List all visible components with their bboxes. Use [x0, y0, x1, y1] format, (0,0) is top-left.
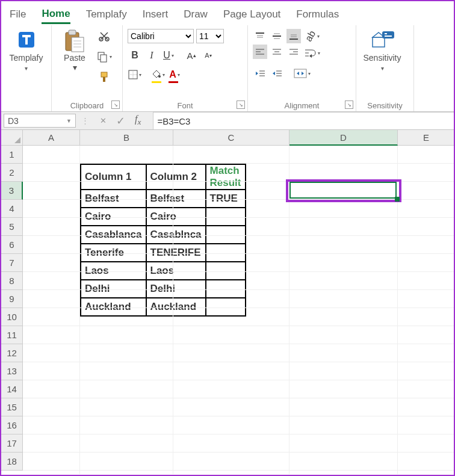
- svg-point-17: [158, 75, 161, 78]
- col-header-E[interactable]: E: [398, 130, 454, 146]
- cell[interactable]: Laos: [146, 262, 206, 280]
- row-header-3[interactable]: 3: [1, 182, 23, 200]
- align-right-button[interactable]: [286, 45, 301, 59]
- fill-color-button[interactable]: ▾: [150, 67, 165, 82]
- decrease-indent-button[interactable]: [253, 66, 267, 81]
- cell[interactable]: TENERIFE: [146, 244, 206, 262]
- tab-page-layout[interactable]: Page Layout: [223, 6, 280, 23]
- row-header-8[interactable]: 8: [1, 272, 23, 290]
- chevron-down-icon: ▾: [381, 65, 384, 72]
- cell[interactable]: Cairo: [81, 208, 146, 226]
- cell[interactable]: Belfast: [81, 190, 146, 208]
- format-painter-button[interactable]: [97, 70, 111, 84]
- spreadsheet-area[interactable]: ABCDE 123456789101112131415161718 Column…: [1, 130, 454, 474]
- select-all-corner[interactable]: [1, 130, 23, 146]
- font-size-select[interactable]: 11: [196, 29, 224, 43]
- align-left-button[interactable]: [253, 45, 267, 59]
- fill-handle[interactable]: [395, 197, 400, 202]
- row-header-9[interactable]: 9: [1, 290, 23, 308]
- accept-formula-button[interactable]: ✓: [116, 114, 125, 128]
- merge-icon: [294, 69, 307, 78]
- chevron-down-icon: ▾: [73, 63, 77, 72]
- cell[interactable]: [206, 208, 246, 226]
- tab-formulas[interactable]: Formulas: [296, 6, 339, 23]
- tab-home[interactable]: Home: [42, 5, 70, 24]
- merge-center-button[interactable]: ▾: [294, 66, 311, 81]
- group-label-clipboard: Clipboard: [57, 99, 117, 110]
- cell[interactable]: Belfast: [146, 190, 206, 208]
- cell[interactable]: Delhi: [81, 280, 146, 298]
- col-header-B[interactable]: B: [80, 130, 173, 146]
- cell[interactable]: Cairo: [146, 208, 206, 226]
- cell[interactable]: TRUE: [206, 190, 246, 208]
- cell[interactable]: Laos: [81, 262, 146, 280]
- sensitivity-label: Sensitivity: [363, 53, 401, 63]
- fx-icon[interactable]: fx: [135, 114, 141, 127]
- sensitivity-button[interactable]: Sensitivity ▾: [361, 29, 403, 72]
- alignment-dialog-launcher[interactable]: ↘: [345, 100, 353, 109]
- italic-button[interactable]: I: [144, 48, 159, 63]
- row-header-14[interactable]: 14: [1, 380, 23, 398]
- tab-templafy[interactable]: Templafy: [86, 6, 127, 23]
- col-header-A[interactable]: A: [23, 130, 80, 146]
- header-col2[interactable]: Column 2: [146, 164, 206, 190]
- tab-draw[interactable]: Draw: [184, 6, 208, 23]
- cell[interactable]: Auckland: [81, 298, 146, 316]
- col-header-C[interactable]: C: [173, 130, 289, 146]
- font-name-select[interactable]: Calibri: [128, 29, 194, 43]
- underline-button[interactable]: U▾: [161, 48, 176, 63]
- font-dialog-launcher[interactable]: ↘: [237, 100, 245, 109]
- grow-font-button[interactable]: A▴: [184, 48, 199, 63]
- cell[interactable]: Tenerife: [81, 244, 146, 262]
- name-box[interactable]: D3 ▼: [4, 114, 76, 128]
- shrink-font-button[interactable]: A▾: [201, 48, 215, 63]
- templafy-button[interactable]: Templafy ▾: [6, 29, 46, 72]
- increase-indent-button[interactable]: [270, 66, 284, 81]
- copy-icon: [96, 51, 108, 63]
- wrap-text-button[interactable]: ▾: [305, 46, 320, 60]
- borders-button[interactable]: ▾: [128, 67, 142, 82]
- row-header-16[interactable]: 16: [1, 416, 23, 434]
- align-center-button[interactable]: [270, 45, 284, 59]
- align-middle-button[interactable]: [270, 29, 284, 43]
- tab-insert[interactable]: Insert: [143, 6, 169, 23]
- clipboard-dialog-launcher[interactable]: ↘: [111, 100, 120, 109]
- cell[interactable]: [206, 226, 246, 244]
- data-table[interactable]: Column 1Column 2Match ResultBelfastBelfa…: [80, 164, 246, 317]
- row-header-10[interactable]: 10: [1, 308, 23, 326]
- header-col1[interactable]: Column 1: [81, 164, 146, 190]
- row-header-1[interactable]: 1: [1, 146, 23, 164]
- orientation-button[interactable]: ab▾: [305, 29, 320, 43]
- cell[interactable]: Casablanca: [81, 226, 146, 244]
- col-header-D[interactable]: D: [289, 130, 398, 146]
- formula-input[interactable]: =B3=C3: [153, 112, 454, 129]
- row-header-2[interactable]: 2: [1, 164, 23, 182]
- row-header-17[interactable]: 17: [1, 434, 23, 453]
- cell[interactable]: [206, 244, 246, 262]
- row-header-6[interactable]: 6: [1, 236, 23, 254]
- paste-button[interactable]: Paste ▾: [57, 29, 93, 72]
- bold-button[interactable]: B: [128, 48, 142, 63]
- cell[interactable]: Auckland: [146, 298, 206, 316]
- row-header-12[interactable]: 12: [1, 344, 23, 362]
- row-header-5[interactable]: 5: [1, 218, 23, 236]
- align-bottom-button[interactable]: [286, 29, 301, 43]
- copy-button[interactable]: ▾: [96, 49, 112, 64]
- cancel-formula-button[interactable]: ✕: [100, 116, 107, 125]
- row-header-13[interactable]: 13: [1, 362, 23, 380]
- cell[interactable]: Delhi: [146, 280, 206, 298]
- cell[interactable]: [206, 280, 246, 298]
- cell[interactable]: [206, 298, 246, 316]
- align-top-button[interactable]: [253, 29, 267, 43]
- cell[interactable]: Casablnca: [146, 226, 206, 244]
- header-match-result[interactable]: Match Result: [206, 164, 246, 190]
- cut-button[interactable]: [97, 29, 111, 43]
- row-header-7[interactable]: 7: [1, 254, 23, 272]
- row-header-15[interactable]: 15: [1, 398, 23, 416]
- row-header-18[interactable]: 18: [1, 453, 23, 471]
- cell[interactable]: [206, 262, 246, 280]
- row-header-11[interactable]: 11: [1, 326, 23, 344]
- row-header-4[interactable]: 4: [1, 200, 23, 218]
- tab-file[interactable]: File: [10, 6, 26, 23]
- font-color-button[interactable]: A▾: [167, 67, 182, 82]
